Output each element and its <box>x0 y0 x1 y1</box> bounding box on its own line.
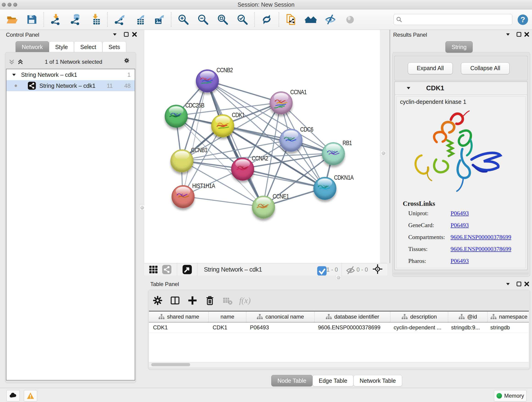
crosslink-link[interactable]: P06493 <box>451 258 469 264</box>
collapse-all-button[interactable]: Collapse All <box>461 62 510 74</box>
crosslinks-title: CrossLinks <box>403 200 435 207</box>
column-header-description[interactable]: description <box>390 312 448 322</box>
memory-button[interactable]: Memory <box>494 390 526 402</box>
protein-node-ccnb1[interactable] <box>171 149 193 172</box>
result-group-header[interactable]: CDK1 <box>394 82 527 95</box>
protein-node-cdc25b[interactable] <box>165 105 188 128</box>
show-columns-icon[interactable] <box>170 295 181 306</box>
import-table-file-icon[interactable] <box>89 13 101 26</box>
crosshair-target-icon[interactable] <box>373 264 384 275</box>
tab-network-table[interactable]: Network Table <box>354 375 402 386</box>
export-image-icon[interactable] <box>153 13 165 26</box>
open-file-icon[interactable] <box>6 13 18 26</box>
home-icon[interactable] <box>305 13 317 26</box>
protein-node-cdkn1a[interactable] <box>313 177 336 200</box>
group-collapse-caret-icon[interactable] <box>405 85 412 91</box>
column-label: database identifier <box>334 313 379 320</box>
network-tree-row[interactable]: String Network – cdk11148 <box>6 80 135 91</box>
network-canvas[interactable]: CCNB2 CCNA1 CDC25B CDK1 CDC6 RB1CCNB1 CC… <box>144 30 380 263</box>
string-style-badge-icon[interactable] <box>162 264 172 274</box>
collapse-all-networks-icon[interactable] <box>9 59 15 65</box>
save-session-icon[interactable] <box>26 13 38 26</box>
column-header-shared-name[interactable]: shared name <box>149 312 209 322</box>
column-header-@id[interactable]: @id <box>448 312 488 322</box>
gene-description: cyclin-dependent kinase 1 <box>400 99 466 105</box>
import-network-file-icon[interactable] <box>50 13 62 26</box>
protein-node-hist1h1a[interactable] <box>172 185 195 208</box>
tree-expand-caret-icon[interactable] <box>11 72 17 78</box>
tab-network[interactable]: Network <box>16 41 49 53</box>
results-scrollbar[interactable] <box>393 272 529 274</box>
tab-sets[interactable]: Sets <box>102 41 126 53</box>
expand-all-button[interactable]: Expand All <box>408 62 453 74</box>
tab-string[interactable]: String <box>445 41 473 53</box>
protein-node-rb1[interactable] <box>322 142 345 165</box>
table-panel-close-icon[interactable] <box>524 281 530 287</box>
crosslink-label: GeneCard: <box>408 222 449 229</box>
search-input[interactable] <box>402 15 510 24</box>
protein-node-cdk1[interactable] <box>211 114 234 137</box>
grid-view-icon[interactable] <box>148 264 158 274</box>
results-panel-float-icon[interactable] <box>516 32 522 37</box>
add-column-icon[interactable] <box>187 295 198 306</box>
column-type-network-icon <box>490 313 497 320</box>
search-box[interactable] <box>394 14 512 25</box>
protein-node-ccna1[interactable] <box>270 91 293 114</box>
expand-all-networks-icon[interactable] <box>17 59 23 65</box>
zoom-in-icon[interactable] <box>177 13 189 26</box>
column-header-database-identifier[interactable]: database identifier <box>315 312 390 322</box>
toggle-panels-icon[interactable] <box>324 13 336 26</box>
nodes-selected-checkbox[interactable] <box>317 266 324 273</box>
table-panel-menu-caret-icon[interactable] <box>505 281 511 287</box>
refresh-network-icon[interactable] <box>261 13 273 26</box>
results-panel-close-icon[interactable] <box>524 32 530 37</box>
warnings-button[interactable] <box>24 390 37 402</box>
grab-mode-icon[interactable] <box>344 13 356 26</box>
node-gloss <box>176 187 190 196</box>
export-table-icon[interactable] <box>133 13 145 26</box>
protein-node-ccne1[interactable] <box>252 196 275 219</box>
hidden-eye-icon[interactable] <box>346 265 354 274</box>
protein-node-ccna2[interactable] <box>231 158 254 181</box>
string-import-icon[interactable] <box>285 13 297 26</box>
help-button[interactable]: ? <box>517 14 528 25</box>
export-network-icon[interactable] <box>114 13 126 26</box>
column-type-network-icon <box>326 313 332 320</box>
cloud-button[interactable] <box>6 390 20 402</box>
open-in-new-window-icon[interactable] <box>182 264 192 274</box>
zoom-selected-icon[interactable] <box>236 13 248 26</box>
table-row[interactable]: CDK1CDK1P064939606.ENSP00000378699cyclin… <box>149 322 529 333</box>
crosslink-link[interactable]: 9606.ENSP00000378699 <box>451 234 511 240</box>
zoom-fit-icon[interactable] <box>217 13 229 26</box>
table-settings-gear-icon[interactable] <box>152 295 163 306</box>
tab-edge-table[interactable]: Edge Table <box>312 375 354 386</box>
cell: cyclin-dependent ... <box>389 322 447 332</box>
warning-icon <box>26 392 35 400</box>
crosslink-link[interactable]: 9606.ENSP00000378699 <box>451 246 511 252</box>
delete-column-trash-icon[interactable] <box>204 295 215 306</box>
control-panel-menu-caret-icon[interactable] <box>112 32 118 37</box>
crosslink-link[interactable]: P06493 <box>451 222 469 229</box>
column-label: name <box>220 313 234 320</box>
results-panel-menu-caret-icon[interactable] <box>505 32 511 37</box>
protein-node-ccnb2[interactable] <box>196 70 219 92</box>
import-network-database-icon[interactable] <box>70 13 82 26</box>
protein-node-cdc6[interactable] <box>279 129 302 152</box>
control-panel-close-icon[interactable] <box>132 32 138 37</box>
column-header-canonical-name[interactable]: canonical name <box>246 312 315 322</box>
column-header-name[interactable]: name <box>209 312 246 322</box>
table-panel-float-icon[interactable] <box>516 281 522 287</box>
right-splitter-handle[interactable] <box>381 151 386 156</box>
left-splitter-handle[interactable] <box>139 205 145 210</box>
tab-node-table[interactable]: Node Table <box>271 375 312 386</box>
crosslink-link[interactable]: P06493 <box>451 210 469 217</box>
column-header-namespace[interactable]: namespace <box>488 312 529 322</box>
zoom-out-icon[interactable] <box>197 13 209 26</box>
table-hscrollbar-thumb[interactable] <box>151 363 190 366</box>
tab-style[interactable]: Style <box>49 41 74 53</box>
table-hscrollbar[interactable] <box>149 362 529 367</box>
network-tree-row[interactable]: String Network – cdk11 <box>6 69 135 80</box>
control-panel-float-icon[interactable] <box>123 32 129 37</box>
network-options-gear-icon[interactable] <box>124 57 133 66</box>
tab-select[interactable]: Select <box>74 41 102 53</box>
